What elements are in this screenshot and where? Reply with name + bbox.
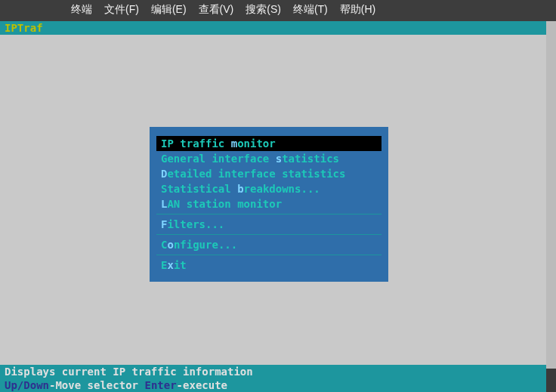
close-icon[interactable]: ✕ [2,2,20,19]
minimize-icon[interactable]: — [23,2,41,19]
menu-item[interactable]: General interface statistics [156,151,381,166]
menu-item[interactable]: Configure... [156,237,381,252]
menu-item[interactable]: Exit [156,258,381,273]
hint-enter-text: -execute [177,379,227,391]
menu-group-1: Filters... [156,215,381,235]
scrollbar[interactable] [546,21,556,392]
hint-enter-key: Enter [144,379,176,391]
status-description: Displays current IP traffic information [0,365,546,378]
menubar-item-2[interactable]: 编辑(E) [148,2,190,18]
menubar-item-6[interactable]: 帮助(H) [337,2,378,18]
hotkey: o [167,239,173,251]
hint-updown-text: -Move selector [49,379,144,391]
hotkey: m [231,137,237,150]
menu-item[interactable]: Filters... [156,217,381,232]
menubar-item-1[interactable]: 文件(F) [101,2,142,18]
status-hints: Up/Down-Move selector Enter-execute [0,378,546,392]
hotkey: b [237,183,243,195]
hotkey: s [276,153,282,165]
status-bar: Displays current IP traffic information … [0,365,546,392]
menu-item[interactable]: Statistical breakdowns... [156,181,381,196]
menu-group-3: Exit [156,255,381,275]
menubar-item-5[interactable]: 终端(T) [290,2,331,18]
scrollbar-thumb[interactable] [546,21,556,369]
menu-group-0: IP traffic monitorGeneral interface stat… [156,134,381,215]
main-menu: IP traffic monitorGeneral interface stat… [150,127,388,282]
maximize-icon[interactable]: ▢ [44,2,62,19]
menu-item[interactable]: Detailed interface statistics [156,166,381,181]
menu-item[interactable]: IP traffic monitor [156,136,381,151]
app-title: IPTraf [5,22,43,34]
menu-item[interactable]: LAN station monitor [156,196,381,211]
terminal-area: IPTraf IP traffic monitorGeneral interfa… [0,21,556,392]
hotkey: x [167,259,173,271]
menubar-item-0[interactable]: 终端 [68,2,95,18]
hint-updown-key: Up/Down [5,379,49,391]
menu-group-2: Configure... [156,235,381,255]
menubar-item-3[interactable]: 查看(V) [196,2,237,18]
app-header: IPTraf [0,21,546,35]
menubar-item-4[interactable]: 搜索(S) [242,2,284,18]
